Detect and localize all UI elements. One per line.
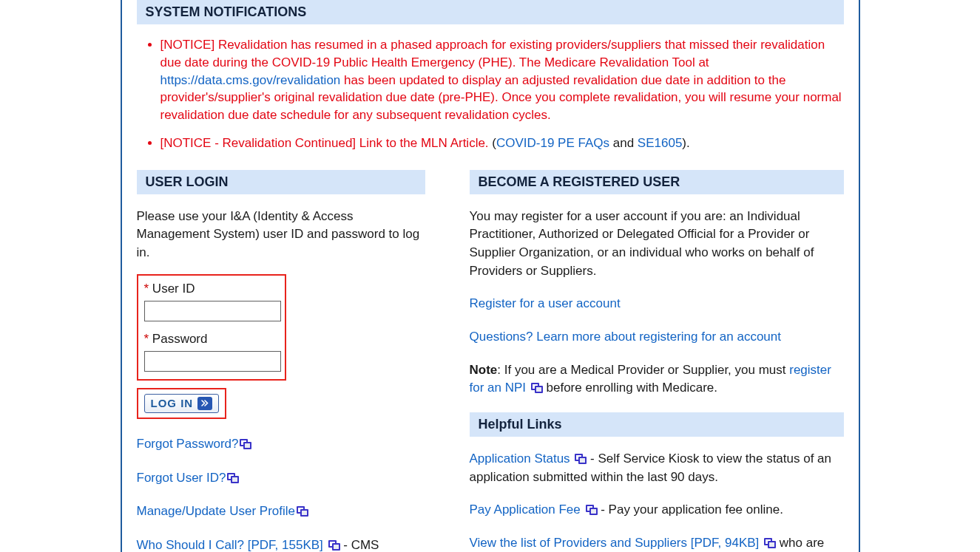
external-link-icon — [531, 383, 543, 393]
chevron-right-icon — [197, 397, 212, 410]
se1605-link[interactable]: SE1605 — [638, 136, 683, 150]
user-id-label-text: User ID — [149, 282, 195, 296]
login-help-links: Forgot Password? Forgot User ID? Manage/… — [137, 435, 425, 552]
manage-profile-link[interactable]: Manage/Update User Profile — [137, 504, 296, 518]
helpful-item: Pay Application Fee - Pay your applicati… — [470, 501, 844, 519]
login-button-highlight: LOG IN — [137, 388, 227, 419]
password-label-text: Password — [149, 332, 207, 346]
external-link-icon — [764, 538, 776, 548]
register-intro: You may register for a user account if y… — [470, 208, 844, 281]
login-instruction: Please use your I&A (Identity & Access M… — [137, 208, 425, 262]
view-list-link[interactable]: View the list of Providers and Suppliers… — [470, 536, 760, 550]
system-notifications-heading: SYSTEM NOTIFICATIONS — [137, 0, 844, 24]
notice-text: [NOTICE - Revalidation Continued] Link t… — [160, 136, 493, 150]
credentials-box: * User ID * Password — [137, 274, 286, 381]
covid-faqs-link[interactable]: COVID-19 PE FAQs — [496, 136, 609, 150]
helpful-links-heading: Helpful Links — [470, 412, 844, 437]
who-should-i-call-link[interactable]: Who Should I Call? [PDF, 155KB] — [137, 538, 323, 552]
forgot-password-link[interactable]: Forgot Password? — [137, 437, 239, 451]
external-link-icon — [328, 540, 340, 551]
external-link-icon — [240, 439, 251, 449]
user-id-input[interactable] — [144, 301, 281, 321]
become-registered-user-heading: BECOME A REGISTERED USER — [470, 170, 844, 194]
external-link-icon — [297, 506, 308, 517]
questions-link[interactable]: Questions? Learn more about registering … — [470, 330, 781, 344]
pay-application-fee-link[interactable]: Pay Application Fee — [470, 502, 581, 517]
user-login-heading: USER LOGIN — [137, 170, 425, 194]
user-id-label: * User ID — [144, 282, 279, 296]
note-paragraph: Note: If you are a Medical Provider or S… — [470, 361, 844, 398]
password-input[interactable] — [144, 351, 281, 372]
password-label: * Password — [144, 332, 279, 347]
revalidation-tool-link[interactable]: https://data.cms.gov/revalidation — [160, 73, 341, 87]
system-notifications: [NOTICE] Revalidation has resumed in a p… — [137, 36, 844, 152]
notice-item: [NOTICE - Revalidation Continued] Link t… — [160, 134, 844, 152]
helpful-item: Application Status - Self Service Kiosk … — [470, 450, 844, 486]
external-link-icon — [227, 473, 239, 483]
helpful-item: View the list of Providers and Suppliers… — [470, 534, 844, 552]
note-text: : If you are a Medical Provider or Suppl… — [497, 363, 789, 377]
note-label: Note — [470, 363, 498, 377]
note-suffix: before enrolling with Medicare. — [543, 381, 717, 395]
notice-close: ). — [682, 136, 689, 150]
application-status-link[interactable]: Application Status — [470, 452, 570, 466]
notice-text: [NOTICE] Revalidation has resumed in a p… — [160, 38, 825, 69]
pay-application-fee-desc: - Pay your application fee online. — [598, 502, 783, 517]
notice-item: [NOTICE] Revalidation has resumed in a p… — [160, 36, 844, 124]
external-link-icon — [575, 454, 587, 464]
register-account-link[interactable]: Register for a user account — [470, 296, 621, 310]
login-button[interactable]: LOG IN — [144, 394, 220, 413]
external-link-icon — [586, 505, 598, 515]
notice-mid: and — [609, 136, 638, 150]
forgot-user-id-link[interactable]: Forgot User ID? — [137, 471, 226, 485]
login-button-label: LOG IN — [151, 397, 194, 409]
